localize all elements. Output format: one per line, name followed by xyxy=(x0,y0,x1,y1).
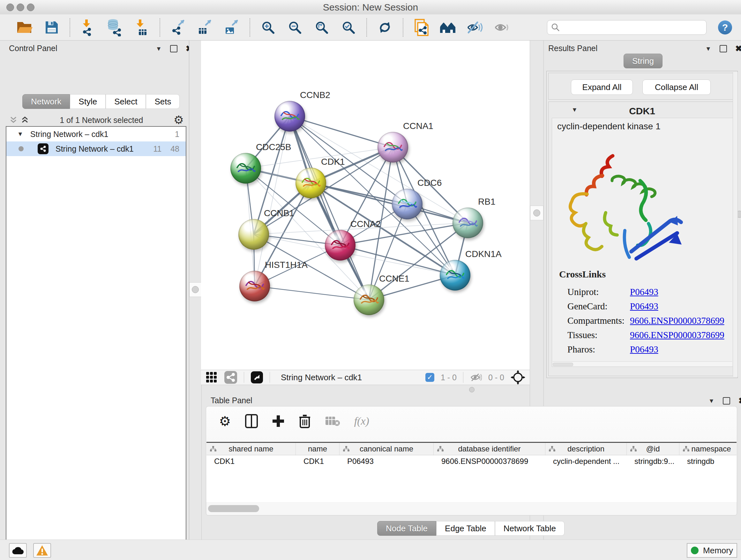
memory-button[interactable]: Memory xyxy=(687,543,737,558)
expand-all-chevron-icon[interactable] xyxy=(20,116,29,125)
apply-layout-icon[interactable] xyxy=(375,18,394,37)
table-cell[interactable]: 9606.ENSP00000378699 xyxy=(434,455,545,468)
save-session-icon[interactable] xyxy=(42,18,61,37)
horizontal-splitter-handle[interactable] xyxy=(469,387,475,392)
search-field[interactable] xyxy=(547,20,706,35)
table-cell[interactable]: stringdb xyxy=(679,455,737,468)
network-node-hist1h1a[interactable] xyxy=(239,271,270,301)
tab-select[interactable]: Select xyxy=(106,94,146,109)
network-node-cdk1[interactable] xyxy=(295,168,326,198)
panel-float-icon[interactable] xyxy=(720,45,727,52)
column-header-name[interactable]: name xyxy=(296,443,340,455)
window-zoom-button[interactable] xyxy=(27,3,35,11)
network-node-ccne1[interactable] xyxy=(354,285,384,315)
export-network-icon[interactable] xyxy=(169,18,188,37)
entry-hscrollbar-thumb[interactable] xyxy=(553,363,573,366)
cloud-button[interactable] xyxy=(9,543,27,558)
table-cell[interactable]: stringdb:9... xyxy=(627,455,679,468)
network-edge[interactable] xyxy=(255,286,369,300)
tab-sets[interactable]: Sets xyxy=(146,94,180,109)
help-button[interactable]: ? xyxy=(718,20,732,35)
crosslink-link[interactable]: P06493 xyxy=(630,344,658,355)
zoom-out-icon[interactable] xyxy=(285,18,305,37)
crosslink-link[interactable]: P06493 xyxy=(630,301,658,312)
export-table-icon[interactable] xyxy=(195,18,214,37)
crosslink-link[interactable]: 9606.ENSP00000378699 xyxy=(630,315,724,326)
panel-close-icon[interactable]: ✖ xyxy=(735,44,741,54)
collapse-all-chevron-icon[interactable] xyxy=(9,116,18,125)
tab-style[interactable]: Style xyxy=(70,94,106,109)
grid-view-icon[interactable] xyxy=(205,371,218,383)
window-close-button[interactable] xyxy=(6,3,14,11)
results-vscrollbar[interactable] xyxy=(733,72,738,377)
panel-close-icon[interactable]: ✖ xyxy=(738,396,741,406)
add-column-icon[interactable] xyxy=(272,415,285,428)
search-input[interactable] xyxy=(563,22,702,32)
tab-string[interactable]: String xyxy=(623,54,663,68)
left-splitter-handle[interactable] xyxy=(189,282,201,297)
delete-column-icon[interactable] xyxy=(299,414,311,428)
network-node-ccna1[interactable] xyxy=(378,132,408,163)
network-node-cdkn1a[interactable] xyxy=(440,260,470,291)
selected-checkbox-icon[interactable]: ✓ xyxy=(425,373,434,382)
panel-float-icon[interactable] xyxy=(723,397,730,405)
expand-all-button[interactable]: Expand All xyxy=(571,79,633,95)
export-image-icon[interactable] xyxy=(222,18,241,37)
open-in-new-window-icon[interactable] xyxy=(251,371,263,384)
panel-collapse-icon[interactable]: ▼ xyxy=(705,45,711,52)
network-collection-row[interactable]: ▼ String Network – cdk1 1 xyxy=(6,127,186,141)
tab-network-table[interactable]: Network Table xyxy=(495,521,564,536)
warning-button[interactable] xyxy=(33,543,51,558)
import-network-file-icon[interactable] xyxy=(78,18,98,37)
show-columns-icon[interactable] xyxy=(245,414,258,428)
column-header-shared-name[interactable]: shared name xyxy=(206,443,296,455)
tree-expand-icon[interactable]: ▼ xyxy=(17,131,23,138)
show-all-icon[interactable] xyxy=(492,18,511,37)
tab-node-table[interactable]: Node Table xyxy=(377,521,436,536)
crosshair-icon[interactable] xyxy=(511,370,525,385)
network-node-ccna2[interactable] xyxy=(325,230,355,260)
table-settings-gear-icon[interactable]: ⚙ xyxy=(219,414,231,429)
crosslink-link[interactable]: P06493 xyxy=(630,287,658,297)
network-node-rb1[interactable] xyxy=(453,207,483,238)
column-header-canonical-name[interactable]: canonical name xyxy=(340,443,434,455)
new-network-from-selection-icon[interactable] xyxy=(412,18,431,37)
panel-collapse-icon[interactable]: ▼ xyxy=(709,397,715,405)
home-icon[interactable] xyxy=(439,18,458,37)
column-header-namespace[interactable]: namespace xyxy=(679,443,737,455)
network-node-cdc6[interactable] xyxy=(392,189,422,219)
collapse-all-button[interactable]: Collapse All xyxy=(643,79,711,95)
tab-edge-table[interactable]: Edge Table xyxy=(436,521,495,536)
network-edge[interactable] xyxy=(311,183,468,223)
column-header-description[interactable]: description xyxy=(545,443,627,455)
table-hscrollbar-track[interactable] xyxy=(207,503,736,515)
network-canvas[interactable]: CCNB2 CCNA1 CDC25B CDK1 CDC6 RB1CCNB1 xyxy=(201,41,530,370)
table-cell[interactable]: P06493 xyxy=(340,455,434,468)
gear-icon[interactable]: ⚙ xyxy=(174,113,184,127)
network-node-cdc25b[interactable] xyxy=(230,153,261,184)
right-splitter-handle[interactable] xyxy=(530,206,543,220)
panel-collapse-icon[interactable]: ▼ xyxy=(156,45,162,52)
table-cell[interactable]: CDK1 xyxy=(206,455,296,468)
network-edge[interactable] xyxy=(290,116,393,147)
network-view-icon[interactable] xyxy=(224,371,238,384)
window-minimize-button[interactable] xyxy=(17,3,24,11)
table-hscrollbar-thumb[interactable] xyxy=(208,505,259,512)
network-node-ccnb2[interactable] xyxy=(274,101,305,132)
network-row-selected[interactable]: String Network – cdk1 11 48 xyxy=(6,141,186,156)
tab-network[interactable]: Network xyxy=(22,94,70,109)
network-edge[interactable] xyxy=(290,116,369,300)
import-network-database-icon[interactable] xyxy=(105,18,125,37)
column-header-database-identifier[interactable]: database identifier xyxy=(434,443,545,455)
table-cell[interactable]: CDK1 xyxy=(296,455,340,468)
network-node-ccnb1[interactable] xyxy=(239,219,269,250)
import-table-file-icon[interactable] xyxy=(132,18,151,37)
column-header--id[interactable]: @id xyxy=(627,443,679,455)
zoom-in-icon[interactable] xyxy=(259,18,278,37)
table-cell[interactable]: cyclin-dependent ... xyxy=(545,455,627,468)
zoom-selected-icon[interactable] xyxy=(339,18,358,37)
panel-float-icon[interactable] xyxy=(170,45,178,52)
fit-content-icon[interactable] xyxy=(312,18,331,37)
hide-selected-icon[interactable] xyxy=(465,18,484,37)
open-session-icon[interactable] xyxy=(15,18,35,37)
